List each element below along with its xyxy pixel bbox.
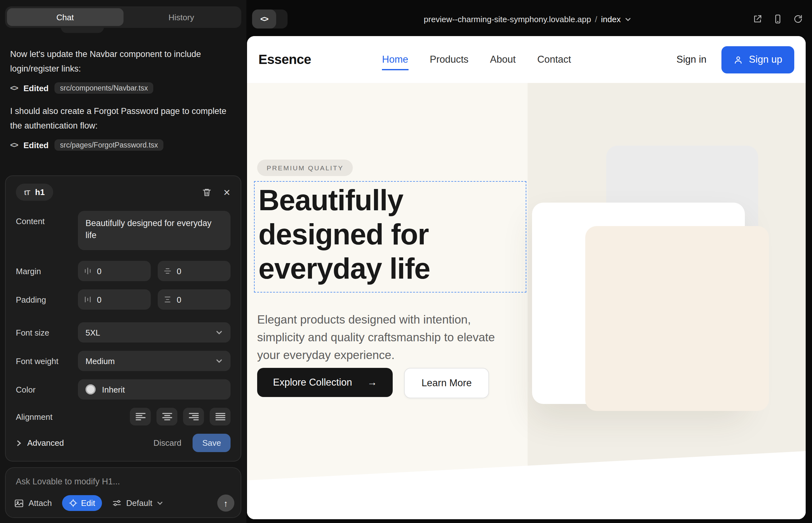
discard-button[interactable]: Discard <box>154 438 181 448</box>
model-selector[interactable]: Default <box>112 498 164 508</box>
padding-y-input[interactable] <box>177 295 224 304</box>
hero-cta-row: Explore Collection → Learn More <box>257 368 489 398</box>
padding-x-input[interactable] <box>97 295 144 304</box>
align-left-icon <box>135 412 145 421</box>
attach-button[interactable]: Attach <box>14 498 52 508</box>
selected-h1-outline[interactable]: Beautifully designed for everyday life <box>254 181 526 292</box>
code-icon: <> <box>10 141 18 149</box>
padding-label: Padding <box>16 295 78 304</box>
refresh-button[interactable] <box>793 14 803 24</box>
user-icon <box>734 55 743 64</box>
edited-label: Edited <box>23 83 49 93</box>
padding-y-icon <box>164 295 171 304</box>
save-button[interactable]: Save <box>193 434 231 452</box>
align-justify-icon <box>215 412 225 421</box>
align-justify-button[interactable] <box>210 408 231 426</box>
tab-history[interactable]: History <box>123 8 240 26</box>
font-size-row: Font size 5XL <box>16 322 231 343</box>
chat-composer: Attach Edit Default ↑ <box>5 467 241 518</box>
nav-link-home[interactable]: Home <box>382 54 408 70</box>
file-chip[interactable]: src/pages/ForgotPassword.tsx <box>54 139 164 151</box>
padding-y-field[interactable] <box>158 289 231 310</box>
margin-label: Margin <box>16 266 78 276</box>
font-size-label: Font size <box>16 328 78 337</box>
learn-more-button[interactable]: Learn More <box>404 368 489 398</box>
preview-toolbar: <> preview--charming-site-symphony.lovab… <box>252 5 803 33</box>
margin-y-icon <box>164 267 171 275</box>
margin-x-field[interactable] <box>78 261 151 281</box>
code-view-toggle[interactable]: <> <box>252 10 287 29</box>
page-selector[interactable]: index <box>601 14 621 24</box>
mobile-view-button[interactable] <box>773 14 783 24</box>
code-icon[interactable]: <> <box>252 10 276 29</box>
margin-y-input[interactable] <box>177 266 224 276</box>
close-editor-button[interactable]: ✕ <box>223 187 231 197</box>
edit-mode-button[interactable]: Edit <box>62 495 102 511</box>
hero-section: PREMIUM QUALITY Beautifully designed for… <box>247 83 806 519</box>
align-right-icon <box>189 412 198 421</box>
font-weight-select[interactable]: Medium <box>78 351 231 371</box>
chevron-right-icon <box>16 439 22 447</box>
refresh-icon <box>793 14 803 24</box>
font-size-select[interactable]: 5XL <box>78 322 231 343</box>
nav-link-about[interactable]: About <box>490 54 516 65</box>
color-swatch-icon <box>86 384 96 395</box>
nav-link-contact[interactable]: Contact <box>537 54 571 65</box>
explore-collection-button[interactable]: Explore Collection → <box>257 368 393 397</box>
content-input[interactable]: Beautifully designed for everyday life <box>78 211 231 250</box>
code-toggle-tail <box>276 10 287 29</box>
alignment-row: Alignment <box>16 408 231 426</box>
chevron-down-icon <box>215 329 223 336</box>
chat-messages: Now let's update the Navbar component to… <box>0 38 246 161</box>
site-nav-actions: Sign in Sign up <box>676 46 794 73</box>
chat-message: I should also create a Forgot Password p… <box>10 104 236 133</box>
content-label: Content <box>16 211 78 226</box>
site-preview: Essence Home Products About Contact Sign… <box>247 36 806 519</box>
advanced-toggle[interactable]: Advanced <box>16 438 64 448</box>
chat-message: Now let's update the Navbar component to… <box>10 47 236 76</box>
site-navbar: Essence Home Products About Contact Sign… <box>247 36 806 83</box>
padding-row: Padding <box>16 289 231 310</box>
preview-url: preview--charming-site-symphony.lovable.… <box>424 14 591 24</box>
sign-in-link[interactable]: Sign in <box>676 54 707 65</box>
delete-element-button[interactable] <box>202 187 212 197</box>
hero-headline[interactable]: Beautifully designed for everyday life <box>259 183 522 286</box>
site-logo[interactable]: Essence <box>259 52 311 67</box>
tab-chat[interactable]: Chat <box>7 8 123 26</box>
edited-file-row[interactable]: <> Edited src/pages/ForgotPassword.tsx <box>10 139 236 151</box>
alignment-label: Alignment <box>16 412 78 421</box>
color-value: Inherit <box>102 385 223 394</box>
editor-header: tT h1 ✕ <box>16 184 231 201</box>
font-weight-value: Medium <box>86 356 215 366</box>
hero-bottom-curve <box>247 445 806 519</box>
align-right-button[interactable] <box>183 408 204 426</box>
align-left-button[interactable] <box>130 408 151 426</box>
element-tag-label: h1 <box>35 187 45 197</box>
nav-link-products[interactable]: Products <box>430 54 469 65</box>
explore-collection-label: Explore Collection <box>273 377 352 388</box>
open-external-button[interactable] <box>753 14 763 24</box>
edited-file-row[interactable]: <> Edited src/components/Navbar.tsx <box>10 82 236 94</box>
advanced-label: Advanced <box>27 438 64 448</box>
edit-label: Edit <box>81 498 95 508</box>
code-icon: <> <box>10 84 18 92</box>
file-chip[interactable]: src/components/Navbar.tsx <box>54 82 154 94</box>
color-label: Color <box>16 385 78 394</box>
sign-up-button[interactable]: Sign up <box>722 46 794 73</box>
font-weight-label: Font weight <box>16 356 78 366</box>
margin-row: Margin <box>16 261 231 281</box>
margin-x-input[interactable] <box>97 266 144 276</box>
color-picker[interactable]: Inherit <box>78 379 231 399</box>
send-button[interactable]: ↑ <box>217 494 234 511</box>
attach-label: Attach <box>29 498 52 508</box>
align-center-icon <box>162 412 172 421</box>
chevron-down-icon <box>215 357 223 365</box>
chat-panel: Chat History Now let's update the Navbar… <box>0 0 246 523</box>
panel-tabs: Chat History <box>5 6 241 28</box>
image-icon <box>14 498 24 508</box>
padding-x-field[interactable] <box>78 289 151 310</box>
composer-toolbar: Attach Edit Default ↑ <box>14 494 234 511</box>
font-weight-row: Font weight Medium <box>16 351 231 371</box>
align-center-button[interactable] <box>156 408 177 426</box>
margin-y-field[interactable] <box>158 261 231 281</box>
